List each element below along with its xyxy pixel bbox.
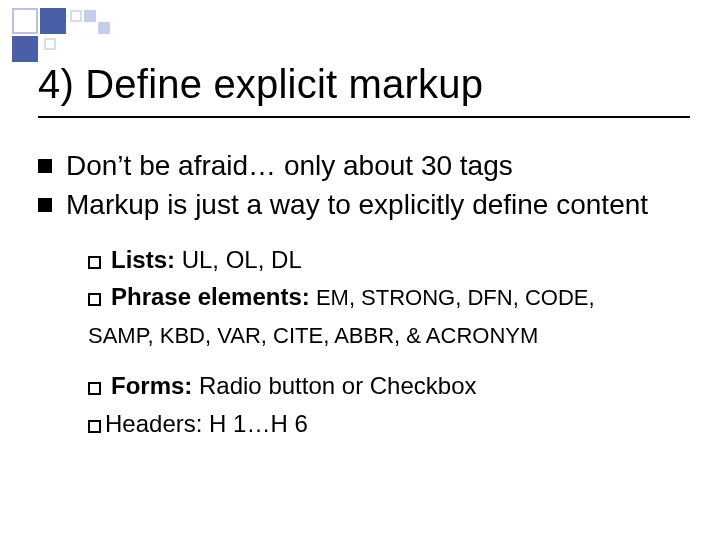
sub-bullet-label: Lists: bbox=[111, 246, 175, 273]
sub-bullet-text: UL, OL, DL bbox=[175, 246, 302, 273]
sub-bullet-text: EM, STRONG, DFN, CODE, bbox=[310, 285, 595, 310]
sub-bullet-item: Phrase elements: EM, STRONG, DFN, CODE, bbox=[88, 281, 690, 313]
bullet-text: Markup is just a way to explicitly defin… bbox=[66, 187, 690, 222]
hollow-square-bullet-icon bbox=[88, 420, 101, 433]
bullet-item: Don’t be afraid… only about 30 tags bbox=[38, 148, 690, 183]
slide: 4) Define explicit markup Don’t be afrai… bbox=[0, 0, 720, 540]
sub-bullet-label: Headers: bbox=[105, 410, 202, 437]
slide-body: Don’t be afraid… only about 30 tags Mark… bbox=[38, 148, 690, 445]
corner-decoration bbox=[12, 8, 132, 58]
hollow-square-bullet-icon bbox=[88, 293, 101, 306]
square-bullet-icon bbox=[38, 159, 52, 173]
sub-bullet-group: Lists: UL, OL, DL Phrase elements: EM, S… bbox=[38, 244, 690, 439]
sub-bullet-text: SAMP, KBD, VAR, CITE, ABBR, & ACRONYM bbox=[88, 323, 538, 348]
bullet-text: Don’t be afraid… only about 30 tags bbox=[66, 148, 690, 183]
sub-bullet-item: Headers: H 1…H 6 bbox=[88, 408, 690, 439]
bullet-item: Markup is just a way to explicitly defin… bbox=[38, 187, 690, 222]
sub-bullet-item: Lists: UL, OL, DL bbox=[88, 244, 690, 275]
hollow-square-bullet-icon bbox=[88, 382, 101, 395]
hollow-square-bullet-icon bbox=[88, 256, 101, 269]
sub-bullet-text: H 1…H 6 bbox=[202, 410, 307, 437]
sub-bullet-continuation: SAMP, KBD, VAR, CITE, ABBR, & ACRONYM bbox=[88, 319, 690, 351]
slide-title: 4) Define explicit markup bbox=[38, 62, 690, 107]
sub-bullet-text: Radio button or Checkbox bbox=[192, 372, 476, 399]
title-underline bbox=[38, 116, 690, 118]
sub-bullet-item: Forms: Radio button or Checkbox bbox=[88, 370, 690, 401]
square-bullet-icon bbox=[38, 198, 52, 212]
sub-bullet-label: Forms: bbox=[111, 372, 192, 399]
sub-bullet-label: Phrase elements: bbox=[111, 283, 310, 310]
